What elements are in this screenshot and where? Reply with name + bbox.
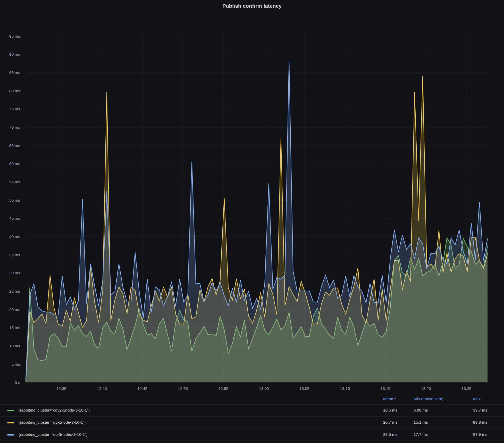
svg-text:25 ms: 25 ms	[9, 289, 20, 293]
grafana-panel: Publish confirm latency 0 s5 ms10 ms15 m…	[0, 0, 504, 443]
series-min-value: 15.1 ms	[414, 420, 428, 425]
svg-text:80 ms: 80 ms	[9, 89, 20, 93]
series-swatch-blue[interactable]	[7, 434, 14, 436]
series-min-value: 17.7 ms	[414, 432, 428, 437]
svg-text:45 ms: 45 ms	[9, 216, 20, 220]
series-mean-value: 28.5 ms	[383, 432, 397, 437]
series-mean-value: 26.7 ms	[383, 420, 397, 425]
legend-row-cqv2-1node[interactable]: {rabbitmq_cluster="cqv2-1node-3-10-1"} 1…	[0, 404, 504, 416]
legend-column-max[interactable]: Max	[473, 397, 481, 401]
svg-text:12:50: 12:50	[178, 386, 188, 391]
svg-text:65 ms: 65 ms	[9, 143, 20, 148]
svg-text:12:35: 12:35	[56, 386, 66, 391]
svg-text:12:40: 12:40	[97, 386, 107, 391]
series-max-value: 39.7 ms	[473, 408, 487, 413]
svg-text:12:45: 12:45	[137, 386, 147, 391]
svg-text:12:55: 12:55	[219, 386, 229, 391]
svg-text:95 ms: 95 ms	[9, 34, 20, 38]
series-max-value: 83.8 ms	[473, 420, 487, 425]
svg-text:50 ms: 50 ms	[9, 198, 20, 202]
svg-text:13:25: 13:25	[461, 386, 472, 391]
svg-text:60 ms: 60 ms	[9, 161, 20, 166]
series-swatch-yellow[interactable]	[7, 422, 14, 423]
legend-header: Mean ^ Min (above zero) Max	[0, 393, 504, 404]
legend-table: Mean ^ Min (above zero) Max {rabbitmq_cl…	[0, 393, 504, 441]
series-swatch-green[interactable]	[7, 410, 14, 411]
svg-text:10 ms: 10 ms	[9, 344, 20, 348]
series-mean-value: 18.5 ms	[383, 408, 397, 413]
series-label[interactable]: {rabbitmq_cluster="cqv2-1node-3-10-1"}	[19, 408, 90, 413]
svg-text:5 ms: 5 ms	[11, 362, 20, 366]
svg-text:20 ms: 20 ms	[9, 307, 20, 312]
time-series-chart[interactable]: 0 s5 ms10 ms15 ms20 ms25 ms30 ms35 ms40 …	[0, 0, 504, 393]
svg-text:40 ms: 40 ms	[9, 234, 20, 239]
svg-text:90 ms: 90 ms	[9, 52, 20, 56]
legend-row-qq-1node[interactable]: {rabbitmq_cluster="qq-1node-3-10-1"} 26.…	[0, 416, 504, 429]
svg-text:13:20: 13:20	[421, 386, 431, 391]
svg-text:75 ms: 75 ms	[9, 107, 20, 111]
svg-text:0 s: 0 s	[15, 380, 20, 385]
legend-column-mean[interactable]: Mean ^	[383, 397, 396, 401]
svg-text:13:10: 13:10	[340, 386, 350, 391]
series-label[interactable]: {rabbitmq_cluster="qq-3nodes-3-10-1"}	[19, 432, 88, 437]
svg-text:13:00: 13:00	[259, 386, 269, 391]
series-min-value: 6.00 ms	[414, 408, 428, 413]
svg-text:30 ms: 30 ms	[9, 271, 20, 275]
series-label[interactable]: {rabbitmq_cluster="qq-1node-3-10-1"}	[19, 420, 86, 425]
svg-text:13:05: 13:05	[299, 386, 309, 391]
series-max-value: 87.9 ms	[473, 432, 487, 437]
legend-column-min[interactable]: Min (above zero)	[414, 397, 443, 401]
legend-row-qq-3nodes[interactable]: {rabbitmq_cluster="qq-3nodes-3-10-1"} 28…	[0, 429, 504, 441]
svg-text:55 ms: 55 ms	[9, 180, 20, 184]
svg-text:70 ms: 70 ms	[9, 125, 20, 129]
svg-text:35 ms: 35 ms	[9, 253, 20, 257]
svg-text:85 ms: 85 ms	[9, 70, 20, 75]
svg-text:13:15: 13:15	[380, 386, 390, 391]
svg-text:15 ms: 15 ms	[9, 325, 20, 330]
